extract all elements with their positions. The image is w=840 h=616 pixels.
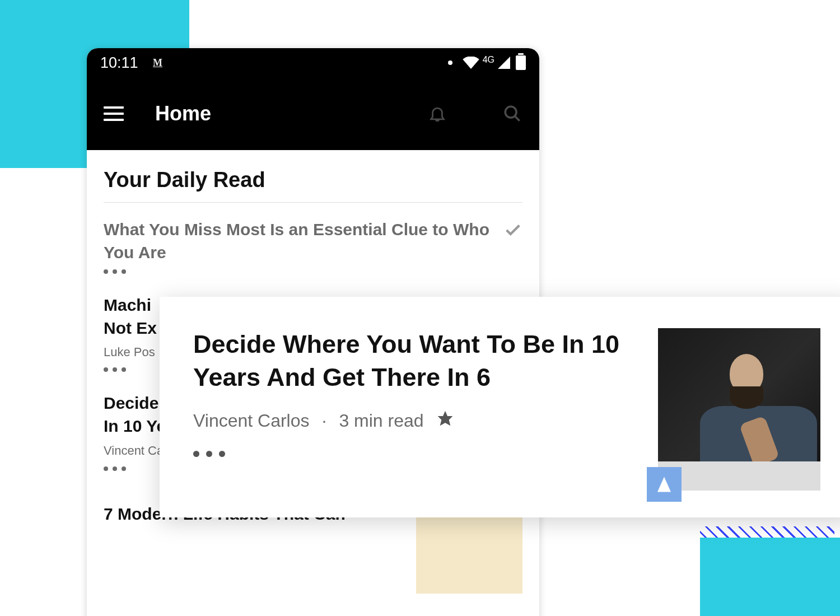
status-dot-icon xyxy=(448,60,452,65)
svg-point-0 xyxy=(505,106,516,118)
svg-line-1 xyxy=(515,116,520,121)
article-title: Decide Where You Want To Be In 10 Years … xyxy=(193,328,636,394)
section-title: Your Daily Read xyxy=(104,168,522,192)
svg-marker-4 xyxy=(437,411,452,426)
article-read-time: 3 min read xyxy=(339,410,423,431)
page-title: Home xyxy=(155,102,396,125)
publication-badge-icon xyxy=(647,467,682,502)
notifications-icon[interactable] xyxy=(427,104,447,124)
status-app-icon: M xyxy=(152,57,164,69)
menu-icon[interactable] xyxy=(104,106,124,121)
check-icon xyxy=(503,221,522,242)
article-card-popout[interactable]: Decide Where You Want To Be In 10 Years … xyxy=(160,297,840,517)
wifi-icon xyxy=(463,57,479,69)
cell-signal-icon xyxy=(498,57,510,69)
battery-icon xyxy=(516,55,526,70)
more-icon[interactable] xyxy=(193,451,636,457)
article-meta: Vincent Carlos · 3 min read xyxy=(193,409,636,432)
article-author: Luke Pos xyxy=(104,345,155,360)
article-thumbnail xyxy=(658,328,820,491)
status-time: 10:11 xyxy=(100,54,138,72)
more-icon[interactable] xyxy=(104,269,490,274)
article-item[interactable]: What You Miss Most Is an Essential Clue … xyxy=(104,218,522,274)
divider xyxy=(104,202,522,203)
app-bar: Home xyxy=(87,77,539,150)
star-icon xyxy=(436,409,454,432)
svg-marker-5 xyxy=(657,477,671,492)
search-icon[interactable] xyxy=(502,104,522,124)
status-bar: 10:11 M 4G xyxy=(87,48,539,77)
article-title: What You Miss Most Is an Essential Clue … xyxy=(104,218,490,264)
article-author: Vincent Carlos xyxy=(193,410,310,431)
decor-cyan-bottom xyxy=(700,538,840,616)
network-label: 4G xyxy=(483,55,494,65)
